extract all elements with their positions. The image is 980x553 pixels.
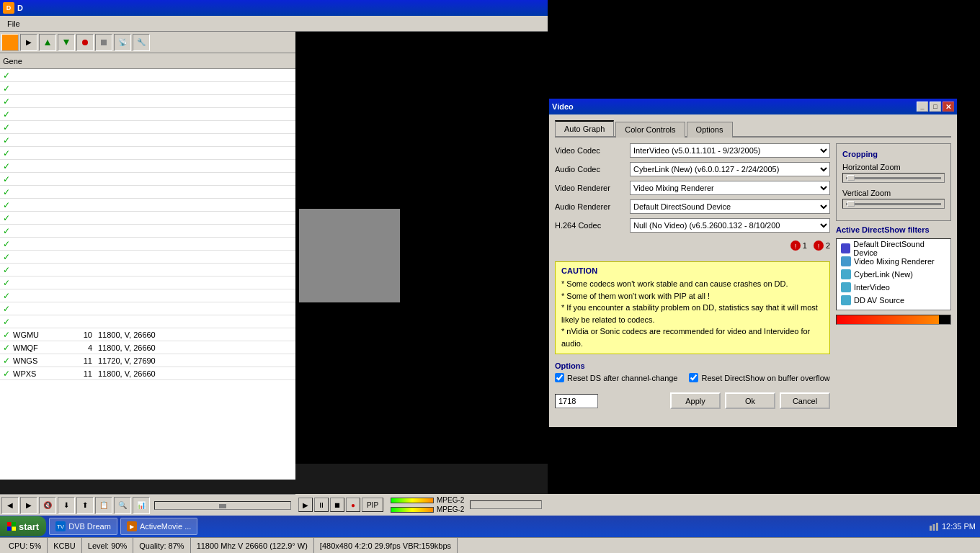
icon-btn-2[interactable]: ! 2	[813, 240, 830, 251]
list-item[interactable]: ✓	[0, 147, 295, 160]
list-item[interactable]: ✓	[0, 199, 295, 212]
ok-button[interactable]: Ok	[725, 392, 775, 409]
list-item[interactable]: ✓	[0, 264, 295, 276]
list-item[interactable]: ✓	[0, 315, 295, 328]
filter-item[interactable]: CyberLink (New)	[839, 268, 948, 281]
list-item[interactable]: ✓	[0, 289, 295, 302]
record-button[interactable]: ●	[346, 498, 360, 512]
toolbar-btn-7[interactable]: 📡	[114, 34, 131, 51]
menu-bar: File	[0, 16, 548, 32]
list-item[interactable]: ✓	[0, 276, 295, 289]
list-item[interactable]: ✓	[0, 238, 295, 251]
apply-button[interactable]: Apply	[670, 392, 721, 409]
slider-thumb	[219, 504, 226, 508]
taskbar-activemovie[interactable]: ▶ ActiveMovie ...	[120, 518, 198, 535]
filter-item[interactable]: DD AV Source	[839, 294, 948, 307]
main-titlebar: D D	[0, 0, 548, 16]
toolbar-bottom-8[interactable]: 📊	[133, 497, 150, 514]
dialog-right-panel: Cropping Horizontal Zoom Vertical Zoom A…	[836, 143, 951, 421]
tab-color-controls[interactable]: Color Controls	[615, 122, 685, 138]
dialog-minimize-button[interactable]: _	[917, 102, 928, 112]
dialog-maximize-button[interactable]: □	[930, 102, 941, 112]
channel-list-scroll[interactable]: ✓ ✓ ✓ ✓ ✓ ✓ ✓ ✓ ✓ ✓ ✓ ✓ ✓ ✓ ✓ ✓ ✓ ✓ ✓ ✓	[0, 69, 295, 451]
list-item[interactable]: ✓	[0, 95, 295, 108]
list-item[interactable]: ✓WPXS1111800, V, 26660	[0, 367, 295, 380]
icon-label-2: 2	[826, 241, 830, 250]
toolbar-btn-2[interactable]: ▶	[20, 34, 37, 51]
toolbar-btn-8[interactable]: 🔧	[133, 34, 150, 51]
status-freq: 11800 Mhz V 26660 (122.9° W)	[191, 538, 314, 553]
list-item[interactable]: ✓	[0, 173, 295, 186]
audio-codec-select[interactable]: CyberLink (New) (v6.0.0.127 - 2/24/2005)	[630, 162, 830, 176]
toolbar-btn-6[interactable]	[95, 34, 112, 51]
h-zoom-slider[interactable]	[842, 173, 945, 183]
list-item[interactable]: ✓	[0, 212, 295, 225]
video-renderer-row: Video Renderer Video Mixing Renderer	[555, 181, 830, 195]
toolbar-btn-1[interactable]	[1, 34, 19, 51]
number-box[interactable]: 1718	[555, 394, 598, 408]
checkboxes-area: Reset DS after channel-change Reset Dire…	[555, 373, 830, 382]
toolbar-btn-4[interactable]	[58, 34, 75, 51]
toolbar-bottom-4[interactable]: ⬇	[58, 497, 75, 514]
volume-slider[interactable]	[470, 500, 542, 509]
toolbar-bottom-2[interactable]: ▶	[20, 497, 37, 514]
list-item[interactable]: ✓	[0, 134, 295, 147]
pip-button[interactable]: PIP	[362, 498, 383, 512]
list-item[interactable]: ✓	[0, 302, 295, 315]
tab-options[interactable]: Options	[687, 122, 733, 138]
h264-codec-select[interactable]: Null (No Video) (v6.5.2600.132 - 8/10/20…	[630, 218, 830, 233]
audio-renderer-select[interactable]: Default DirectSound Device	[630, 199, 830, 214]
filter-item[interactable]: InterVideo	[839, 281, 948, 294]
toolbar-bottom-7[interactable]: 🔍	[114, 497, 131, 514]
filter-item[interactable]: Default DirectSound Device	[839, 242, 948, 255]
transport-bar: ▶ ⏸ ⏹ ● PIP MPEG-2 MPEG-2	[295, 494, 980, 516]
pause-button[interactable]: ⏸	[314, 498, 329, 512]
menu-file[interactable]: File	[3, 18, 24, 30]
list-item[interactable]: ✓WMQF411800, V, 26660	[0, 341, 295, 354]
list-item[interactable]: ✓	[0, 225, 295, 238]
checkbox-reset-directshow-input[interactable]	[689, 373, 698, 382]
list-item[interactable]: ✓	[0, 186, 295, 199]
audio-codec-label: Audio Codec	[555, 165, 627, 174]
toolbar-btn-3[interactable]	[39, 34, 56, 51]
checkbox-reset-directshow: Reset DirectShow on buffer overflow	[689, 373, 829, 382]
toolbar-bottom-5[interactable]: ⬆	[76, 497, 94, 514]
svg-marker-1	[45, 40, 50, 45]
toolbar-bottom-3[interactable]: 🔇	[39, 497, 56, 514]
list-item[interactable]: ✓WGMU1011800, V, 26660	[0, 328, 295, 341]
dialog-close-button[interactable]: ✕	[943, 102, 954, 112]
channel-slider[interactable]	[154, 501, 291, 510]
video-renderer-select[interactable]: Video Mixing Renderer	[630, 181, 830, 195]
list-item[interactable]: ✓	[0, 160, 295, 173]
play-button[interactable]: ▶	[298, 498, 313, 512]
caution-line-1: * Some codecs won't work stable and can …	[561, 278, 824, 290]
status-station: KCBU	[48, 538, 82, 553]
filter-item[interactable]: Video Mixing Renderer	[839, 255, 948, 268]
audio-renderer-label: Audio Renderer	[555, 202, 627, 211]
list-item[interactable]: ✓WNGS1111720, V, 27690	[0, 354, 295, 367]
mpeg-label-2: MPEG-2	[437, 505, 464, 513]
caution-line-4: * nVidia or Sonic codecs are recommended…	[561, 325, 824, 349]
video-renderer-select-wrapper: Video Mixing Renderer	[630, 181, 830, 195]
v-zoom-slider[interactable]	[842, 199, 945, 209]
list-item[interactable]: ✓	[0, 82, 295, 95]
cancel-button[interactable]: Cancel	[780, 392, 830, 409]
list-item[interactable]: ✓	[0, 121, 295, 134]
toolbar-bottom-1[interactable]: ◀	[1, 497, 19, 514]
svg-rect-0	[6, 39, 14, 46]
tab-auto-graph[interactable]: Auto Graph	[555, 120, 614, 136]
audio-renderer-select-wrapper: Default DirectSound Device	[630, 199, 830, 214]
list-item[interactable]: ✓	[0, 108, 295, 121]
list-item[interactable]: ✓	[0, 251, 295, 264]
start-button[interactable]: start	[0, 516, 46, 536]
stop-button[interactable]: ⏹	[330, 498, 344, 512]
checkbox-reset-ds-input[interactable]	[555, 373, 564, 382]
svg-rect-12	[12, 527, 17, 531]
dialog-content: Video Codec InterVideo (v5.0.11.101 - 9/…	[555, 143, 951, 421]
toolbar-bottom-6[interactable]: 📋	[95, 497, 112, 514]
video-codec-select[interactable]: InterVideo (v5.0.11.101 - 9/23/2005)	[630, 143, 830, 158]
list-item[interactable]: ✓	[0, 69, 295, 82]
taskbar-dvb-dream[interactable]: TV DVB Dream	[49, 518, 117, 535]
icon-btn-1[interactable]: ! 1	[790, 240, 807, 251]
toolbar-btn-5[interactable]	[76, 34, 94, 51]
